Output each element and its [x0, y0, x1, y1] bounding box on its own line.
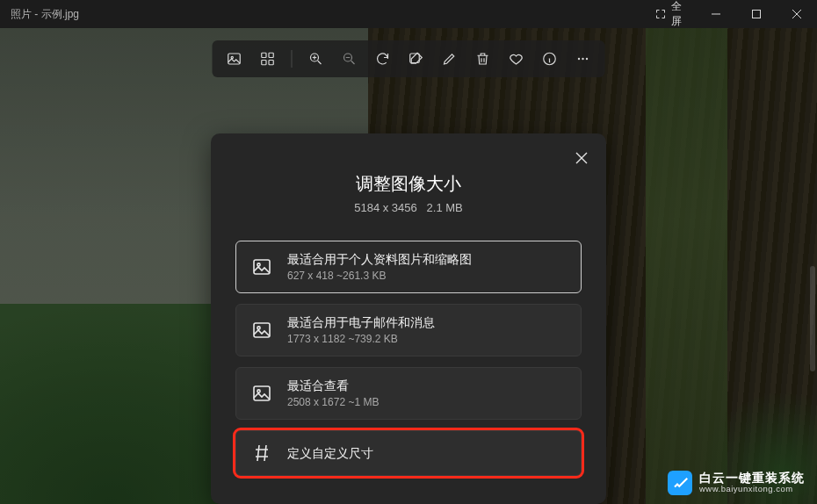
image-canvas: 调整图像大小 5184 x 3456 2.1 MB 最适合用于个人资料图片和缩略…	[0, 28, 817, 504]
info-button[interactable]	[537, 46, 563, 72]
svg-rect-0	[753, 11, 761, 18]
option-label: 最适合查看	[287, 378, 379, 394]
close-window-button[interactable]	[777, 0, 817, 28]
dialog-meta: 5184 x 3456 2.1 MB	[235, 201, 582, 214]
resize-option-1[interactable]: 最适合用于电子邮件和消息1773 x 1182 ~739.2 KB	[235, 304, 582, 356]
option-meta: 2508 x 1672 ~1 MB	[287, 396, 379, 408]
titlebar: 照片 - 示例.jpg 全屏	[0, 0, 817, 28]
resize-dialog: 调整图像大小 5184 x 3456 2.1 MB 最适合用于个人资料图片和缩略…	[211, 133, 606, 504]
hash-icon	[250, 442, 273, 464]
resize-options-list: 最适合用于个人资料图片和缩略图627 x 418 ~261.3 KB最适合用于电…	[235, 241, 582, 476]
dialog-title: 调整图像大小	[235, 172, 582, 196]
favorite-button[interactable]	[503, 46, 530, 72]
zoom-in-button[interactable]	[303, 46, 329, 72]
app-title: 照片 - 示例.jpg	[11, 7, 79, 22]
image-icon	[250, 256, 273, 278]
svg-point-15	[257, 263, 260, 266]
watermark-title: 白云一键重装系统	[699, 472, 805, 485]
svg-rect-16	[254, 323, 270, 337]
option-meta: 1773 x 1182 ~739.2 KB	[287, 333, 435, 345]
draw-button[interactable]	[437, 46, 463, 72]
image-icon	[250, 319, 273, 342]
collection-button[interactable]	[255, 46, 281, 72]
svg-rect-1	[228, 54, 241, 64]
image-toolbar	[213, 40, 605, 77]
minimize-button[interactable]	[696, 0, 736, 28]
svg-rect-18	[254, 386, 270, 400]
zoom-out-button[interactable]	[336, 46, 363, 72]
option-label: 最适合用于个人资料图片和缩略图	[287, 252, 472, 268]
svg-point-11	[578, 58, 580, 60]
toolbar-separator	[292, 50, 293, 68]
svg-rect-6	[269, 61, 273, 65]
more-button[interactable]	[570, 46, 596, 72]
svg-point-13	[586, 58, 588, 60]
fullscreen-label: 全屏	[671, 0, 682, 29]
option-label: 最适合用于电子邮件和消息	[287, 315, 435, 331]
svg-rect-5	[262, 61, 266, 65]
svg-rect-3	[262, 53, 266, 57]
svg-point-12	[582, 58, 583, 60]
delete-button[interactable]	[470, 46, 496, 72]
edit-button[interactable]	[403, 46, 430, 72]
rotate-button[interactable]	[370, 46, 396, 72]
scrollbar[interactable]	[810, 266, 815, 371]
svg-rect-4	[269, 53, 273, 57]
dialog-close-button[interactable]	[569, 146, 594, 170]
watermark-logo-icon	[668, 471, 692, 495]
option-label: 定义自定义尺寸	[287, 442, 373, 464]
view-image-button[interactable]	[221, 46, 248, 72]
image-icon	[250, 382, 273, 405]
svg-rect-14	[254, 260, 270, 274]
fullscreen-button[interactable]: 全屏	[641, 0, 696, 28]
resize-option-0[interactable]: 最适合用于个人资料图片和缩略图627 x 418 ~261.3 KB	[235, 241, 582, 293]
watermark: 白云一键重装系统 www.baiyunxitong.com	[668, 471, 805, 495]
resize-option-3[interactable]: 定义自定义尺寸	[235, 430, 582, 476]
watermark-url: www.baiyunxitong.com	[699, 485, 805, 493]
maximize-button[interactable]	[736, 0, 777, 28]
svg-point-17	[257, 327, 260, 329]
resize-option-2[interactable]: 最适合查看2508 x 1672 ~1 MB	[235, 367, 582, 420]
svg-point-19	[257, 390, 260, 392]
option-meta: 627 x 418 ~261.3 KB	[287, 270, 472, 282]
